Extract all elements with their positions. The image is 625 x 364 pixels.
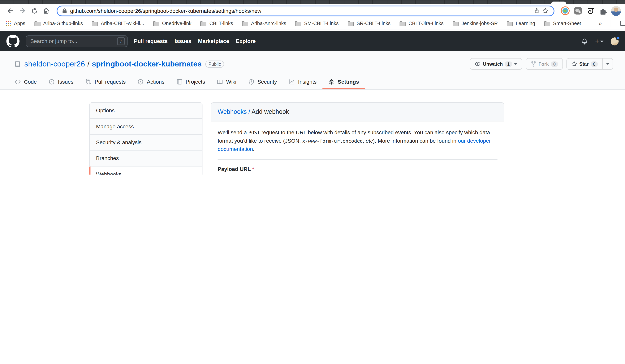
tab-label: Insights (298, 79, 316, 85)
star-button[interactable]: Star 0 (566, 58, 603, 70)
header-right: + (581, 37, 619, 45)
tab-security[interactable]: Security (242, 75, 283, 89)
recorder-extension-icon[interactable] (573, 5, 583, 16)
tab-projects[interactable]: Projects (170, 75, 211, 89)
reading-list-button[interactable]: Reading list (620, 20, 625, 26)
github-search-input[interactable]: Search or jump to... / (26, 35, 128, 47)
book-icon (217, 79, 223, 85)
sidebar-item-branches[interactable]: Branches (90, 150, 202, 166)
bookmark-folder[interactable]: SM-CBLT-Links (295, 20, 339, 26)
tab-label: Code (24, 79, 37, 85)
folder-icon (347, 20, 354, 26)
desc-text: , (363, 138, 366, 144)
breadcrumb-separator: / (247, 108, 251, 115)
bookmark-folder[interactable]: Ariba-Github-links (34, 20, 83, 26)
back-button[interactable] (5, 6, 15, 15)
shield-icon (248, 79, 254, 85)
folder-icon (153, 20, 159, 26)
reading-list-icon (620, 20, 625, 26)
repo-tab-nav: Code Issues Pull requests Actions Projec… (0, 75, 625, 89)
repo-actions: Unwatch 1 Fork 0 Star 0 (470, 58, 613, 70)
star-dropdown-button[interactable] (603, 58, 613, 70)
reload-button[interactable] (30, 6, 39, 15)
tab-code[interactable]: Code (9, 75, 43, 89)
watch-count: 1 (505, 61, 512, 67)
desc-post-code: POST (248, 130, 260, 135)
forward-button[interactable] (18, 6, 27, 15)
repo-name-link[interactable]: springboot-docker-kubernates (92, 59, 202, 68)
folder-icon (200, 20, 207, 26)
notifications-button[interactable] (581, 38, 588, 45)
active-browser-tab[interactable] (551, 1, 566, 4)
bookmarks-overflow-chevron[interactable]: » (599, 20, 602, 27)
apps-shortcut[interactable]: Apps (5, 20, 25, 26)
back-icon (7, 7, 14, 15)
folder-icon (506, 20, 513, 26)
bookmark-folder[interactable]: SR-CBLT-Links (347, 20, 391, 26)
slash-key-hint: / (117, 37, 125, 45)
bookmark-folder[interactable]: Jenkins-jobs-SR (452, 20, 498, 26)
tab-label: Actions (147, 79, 164, 85)
nav-pull-requests[interactable]: Pull requests (134, 38, 168, 44)
tab-label: Projects (186, 79, 205, 85)
tab-label: Pull requests (94, 79, 126, 85)
desc-etc: etc (366, 138, 373, 144)
desc-urlencoded-code: x-www-form-urlencoded (302, 138, 363, 144)
nav-marketplace[interactable]: Marketplace (198, 38, 229, 44)
bookmark-star-button[interactable] (541, 6, 550, 15)
search-placeholder: Search or jump to... (30, 38, 117, 44)
fork-button[interactable]: Fork 0 (526, 58, 563, 70)
folder-icon (544, 20, 550, 26)
bookmark-folder[interactable]: Ariba-Anrc-links (242, 20, 286, 26)
bookmark-folder[interactable]: Smart-Sheet (544, 20, 581, 26)
gear-icon (329, 79, 335, 85)
page-gap (0, 29, 625, 31)
user-avatar[interactable] (611, 37, 619, 45)
tab-issues[interactable]: Issues (43, 75, 80, 89)
repo-owner-link[interactable]: sheldon-cooper26 (24, 59, 85, 68)
home-button[interactable] (41, 6, 51, 15)
project-icon (176, 79, 182, 85)
browser-tab-strip[interactable] (0, 0, 625, 4)
browser-profile-avatar[interactable] (611, 6, 621, 16)
desc-text: ). More information can be found in (373, 138, 458, 144)
github-logo[interactable] (6, 35, 20, 48)
star-button-group: Star 0 (566, 58, 613, 70)
folder-icon (295, 20, 301, 26)
unwatch-button[interactable]: Unwatch 1 (470, 58, 522, 70)
sidebar-item-security-analysis[interactable]: Security & analysis (90, 134, 202, 150)
tab-wiki[interactable]: Wiki (211, 75, 242, 89)
graph-icon (289, 79, 295, 85)
github-nav: Pull requests Issues Marketplace Explore (134, 38, 256, 44)
create-new-button[interactable]: + (595, 37, 604, 45)
repo-header: sheldon-cooper26 / springboot-docker-kub… (0, 51, 625, 89)
sidebar-item-manage-access[interactable]: Manage access (90, 118, 202, 134)
nav-explore[interactable]: Explore (236, 38, 255, 44)
tab-actions[interactable]: Actions (132, 75, 170, 89)
sidebar-item-options[interactable]: Options (90, 103, 202, 118)
globe-extension-icon[interactable] (560, 5, 570, 16)
bookmark-folder[interactable]: Onedrive-link (153, 20, 191, 26)
address-bar[interactable]: github.com/sheldon-cooper26/springboot-d… (57, 5, 555, 16)
breadcrumb-webhooks-link[interactable]: Webhooks (218, 108, 247, 115)
github-header: Search or jump to... / Pull requests Iss… (0, 31, 625, 51)
bookmark-folder[interactable]: CBLT-Jira-Links (399, 20, 443, 26)
bookmark-folder[interactable]: Learning (506, 20, 535, 26)
bookmark-folder[interactable]: CBLT-links (200, 20, 233, 26)
browser-toolbar: github.com/sheldon-cooper26/springboot-d… (0, 4, 625, 18)
nav-issues[interactable]: Issues (175, 38, 191, 44)
notification-dot (616, 36, 620, 40)
share-button[interactable] (532, 6, 541, 15)
webhook-form: We’ll send a POST request to the URL bel… (211, 121, 504, 174)
sidebar-item-webhooks[interactable]: Webhooks (90, 166, 202, 174)
tab-settings[interactable]: Settings (323, 75, 365, 89)
kannada-letter-extension-icon[interactable] (586, 5, 596, 16)
bookmark-label: Ariba-CBLT-wiki-li... (101, 20, 144, 26)
eye-icon (475, 61, 481, 67)
tab-pull-requests[interactable]: Pull requests (80, 75, 132, 89)
extensions-puzzle-icon[interactable] (598, 5, 609, 16)
fork-icon (531, 61, 536, 67)
tab-insights[interactable]: Insights (283, 75, 323, 89)
tab-label: Issues (58, 79, 73, 85)
bookmark-folder[interactable]: Ariba-CBLT-wiki-li... (92, 20, 144, 26)
